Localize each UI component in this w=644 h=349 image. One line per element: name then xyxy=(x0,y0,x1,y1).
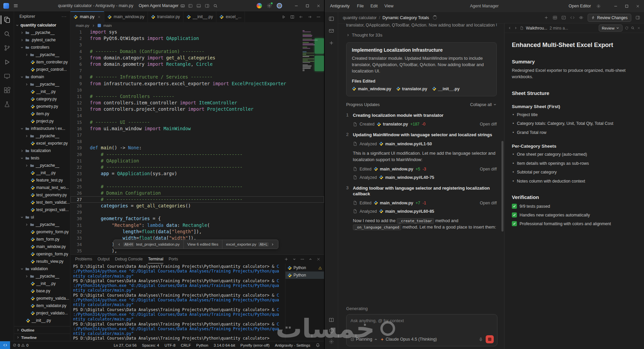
open-diff-link[interactable]: Open diff xyxy=(480,201,497,205)
tree-item[interactable]: __pycache__ xyxy=(14,29,70,36)
inbox-icon[interactable] xyxy=(329,28,334,34)
microphone-icon[interactable] xyxy=(479,337,483,342)
panel-right-icon[interactable] xyxy=(205,4,209,8)
activity-testing[interactable] xyxy=(1,99,13,110)
status-item[interactable]: UTF-8 xyxy=(164,343,175,347)
nav-forward-icon[interactable] xyxy=(308,15,312,19)
tree-item[interactable]: .pytest_cache xyxy=(14,36,70,44)
user-avatar[interactable] xyxy=(277,3,282,8)
tree-item[interactable]: tests xyxy=(14,154,70,162)
editor-tab[interactable]: main_window.py xyxy=(104,11,148,22)
activity-search[interactable] xyxy=(1,28,13,40)
gear-icon[interactable] xyxy=(596,4,601,8)
code-editor[interactable]: 1import sys2from PyQt6.QtWidgets import … xyxy=(70,29,324,254)
explorer-more-icon[interactable]: ··· xyxy=(62,14,67,19)
tree-item[interactable]: __pycache__ xyxy=(14,272,70,280)
notifications-bell-icon[interactable] xyxy=(316,343,320,347)
forward-icon[interactable] xyxy=(514,26,518,30)
progress-action-row[interactable]: Analyzedmain_window.py#L1-50 xyxy=(353,142,497,146)
terminal-output[interactable]: PS D:\Digital Courses\Data Analyses\Trai… xyxy=(70,263,285,341)
model-selector[interactable]: Claude Opus 4.5 (Thinking) xyxy=(380,337,437,342)
more-actions-icon[interactable] xyxy=(316,15,321,19)
activity-explorer[interactable] xyxy=(1,14,13,26)
thought-toggle[interactable]: Thought for 33s xyxy=(346,33,497,38)
conversations-panel-icon[interactable] xyxy=(329,16,334,21)
hamburger-menu-icon[interactable] xyxy=(13,3,18,8)
tree-item[interactable]: item.py xyxy=(14,110,70,117)
tree-item[interactable]: __pycache__ xyxy=(14,51,70,58)
search-icon[interactable] xyxy=(213,4,218,8)
close-icon[interactable] xyxy=(316,4,321,8)
back-icon[interactable] xyxy=(508,26,512,30)
settings-gear-icon[interactable] xyxy=(329,339,334,344)
panel-left-icon[interactable] xyxy=(188,4,193,8)
checkbox-panel-icon[interactable] xyxy=(561,15,566,20)
maximize-icon[interactable] xyxy=(625,4,629,8)
tree-item[interactable]: test_project_vali... xyxy=(14,206,70,213)
tree-item[interactable]: __pycache__ xyxy=(14,162,70,169)
status-item[interactable]: Ln 27, Col 56 xyxy=(114,343,137,347)
panel-bottom-icon[interactable] xyxy=(197,4,201,8)
status-item[interactable]: Pyrefly (error-off) xyxy=(240,343,270,347)
tree-item[interactable]: __pycache__ xyxy=(14,221,70,228)
editor-tab[interactable]: translator.py xyxy=(148,11,183,22)
close-icon[interactable] xyxy=(637,26,641,30)
activity-remote[interactable] xyxy=(1,70,13,82)
new-terminal-icon[interactable] xyxy=(284,257,288,261)
search-icon[interactable] xyxy=(631,26,635,30)
terminal-dropdown-icon[interactable] xyxy=(292,257,296,261)
terminal-session[interactable]: Python xyxy=(285,271,324,279)
run-file-icon[interactable] xyxy=(281,15,286,19)
tree-item[interactable]: openings_form.py xyxy=(14,250,70,258)
maximize-panel-icon[interactable] xyxy=(309,257,312,261)
edited-file-chip[interactable]: main_window.py xyxy=(352,87,391,91)
status-item[interactable]: 3.14.0 64-bit xyxy=(214,343,235,347)
progress-action-row[interactable]: Analyzedmain_window.py#L60-85 xyxy=(353,209,497,214)
problems-status[interactable]: 0 0 xyxy=(10,343,29,347)
panel-tab-ports[interactable]: Ports xyxy=(169,255,178,263)
status-item[interactable]: Python xyxy=(196,343,208,347)
tree-item[interactable]: domain xyxy=(14,73,70,81)
refresh-icon[interactable] xyxy=(625,26,629,30)
open-agent-manager-button[interactable]: Open Agent Manager xyxy=(139,3,185,8)
menu-view[interactable]: View xyxy=(384,4,393,8)
panel-more-icon[interactable] xyxy=(300,257,305,261)
status-item[interactable]: CRLF xyxy=(181,343,191,347)
progress-action-row[interactable]: Analyzedmain_window.py#L40-75 xyxy=(353,175,497,180)
remote-indicator[interactable] xyxy=(0,341,10,349)
walkthrough-document[interactable]: Enhanced Multi-Sheet Excel ExportSummary… xyxy=(504,33,644,349)
editor-tab[interactable]: excel_... xyxy=(216,11,245,22)
tree-item[interactable]: quantity calculator xyxy=(14,21,70,29)
tree-item[interactable]: project_validato... xyxy=(14,309,70,317)
tree-item[interactable]: results_view.py xyxy=(14,258,70,265)
tree-item[interactable]: feature_test.py xyxy=(14,177,70,184)
add-icon[interactable] xyxy=(544,15,548,20)
tree-item[interactable]: item_validator.py xyxy=(14,302,70,309)
tree-item[interactable]: __pycache__ xyxy=(14,132,70,140)
tree-item[interactable]: geometry.py xyxy=(14,103,70,110)
open-diff-link[interactable]: Open diff xyxy=(480,167,497,171)
knowledge-book-icon[interactable] xyxy=(329,317,334,323)
prev-edited-file-button[interactable]: Alt+H test_project_validation.py xyxy=(114,240,183,249)
code-icon[interactable] xyxy=(570,15,575,20)
browser-profile-icon[interactable] xyxy=(257,3,262,8)
activity-extensions[interactable] xyxy=(1,85,13,96)
progress-action-row[interactable]: Createdtranslator.py+187-0Open diff xyxy=(353,122,497,127)
outline-section[interactable]: Outline xyxy=(14,326,70,334)
tree-item[interactable]: geometry_form.py xyxy=(14,228,70,236)
conversation-breadcrumb[interactable]: quantity calculator / Dynamic Category T… xyxy=(343,15,437,20)
tree-item[interactable]: controllers xyxy=(14,44,70,51)
close-panel-icon[interactable] xyxy=(316,257,321,261)
panel-tab-problems[interactable]: Problems xyxy=(75,255,92,263)
activity-source-control[interactable] xyxy=(1,42,13,54)
open-diff-link[interactable]: Open diff xyxy=(480,122,497,127)
tree-item[interactable]: test_item_validat... xyxy=(14,199,70,206)
edited-file-chip[interactable]: translator.py xyxy=(396,87,427,91)
tree-item[interactable]: __init__.py xyxy=(14,317,70,324)
security-shield-icon[interactable] xyxy=(329,328,334,334)
eye-icon[interactable] xyxy=(579,15,583,20)
tree-item[interactable]: base.py xyxy=(14,287,70,295)
progress-action-row[interactable]: Editedmain_window.py+5-3Open diff xyxy=(353,167,497,171)
review-changes-button[interactable]: Review Changes xyxy=(588,14,631,22)
nav-back-icon[interactable] xyxy=(299,15,303,19)
